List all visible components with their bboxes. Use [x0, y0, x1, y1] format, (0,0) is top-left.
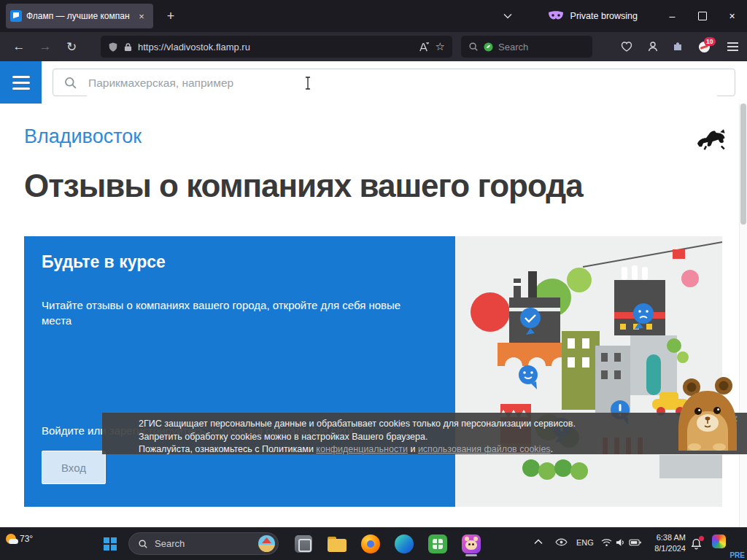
browser-tab[interactable]: Фламп — лучшие компании × [6, 4, 153, 28]
flamp-app-icon [462, 534, 481, 553]
pocket-heart-button[interactable] [615, 35, 638, 58]
hamburger-icon [12, 76, 30, 78]
account-button[interactable] [641, 35, 665, 58]
city-link[interactable]: Владивосток [24, 125, 142, 148]
scrollbar-thumb[interactable] [740, 104, 746, 225]
close-window-button[interactable]: × [717, 0, 747, 32]
text-cursor-icon [304, 77, 311, 90]
search-highlight-thumbnail [258, 535, 275, 552]
banner-title: Будьте в курсе [42, 252, 166, 272]
taskbar-icon-file-explorer[interactable] [324, 531, 350, 557]
windows-logo-icon [104, 537, 117, 551]
flamp-favicon-icon [10, 10, 22, 22]
translate-icon[interactable] [419, 42, 430, 52]
private-browsing-indicator: Private browsing [547, 0, 638, 32]
promo-banner: Будьте в курсе Читайте отзывы о компания… [24, 236, 722, 507]
taskbar-search-label: Search [155, 538, 252, 549]
page-heading: Отзывы о компаниях вашего города [24, 169, 695, 203]
new-tab-button[interactable]: + [160, 6, 181, 26]
tiger-logo-icon [694, 125, 729, 152]
weather-icon [6, 534, 16, 544]
colorful-app-icon[interactable] [712, 534, 726, 548]
notification-bell-button[interactable] [690, 537, 703, 551]
search-icon [138, 539, 148, 549]
heart-icon [621, 42, 632, 52]
firefox-icon [361, 534, 380, 553]
cookie-line3: Пожалуйста, ознакомьтесь с Политиками ко… [139, 443, 729, 456]
active-app-indicator [465, 554, 477, 556]
language-indicator[interactable]: ENG [576, 538, 594, 547]
taskbar-icon-flamp[interactable] [458, 531, 484, 557]
taskbar: 73° Search [0, 527, 747, 560]
browser-search-field[interactable]: Search [461, 36, 592, 58]
screen: Фламп — лучшие компании × + Private brow… [0, 0, 747, 560]
wifi-icon [601, 538, 612, 547]
folder-icon [328, 537, 347, 552]
url-bar[interactable]: https://vladivostok.flamp.ru ☆ [101, 36, 452, 58]
site-search-bar[interactable] [53, 69, 735, 96]
hamster-mascot [673, 375, 743, 451]
puzzle-icon [672, 41, 684, 52]
browser-navbar: ← → ↻ https://vladivostok.flamp.ru ☆ Sea… [0, 32, 747, 61]
taskbar-icon-firefox[interactable] [357, 531, 384, 557]
taskbar-search[interactable]: Search [128, 532, 279, 555]
taskbar-icon-photos[interactable] [290, 531, 317, 557]
cookie-line2: Запретить обработку cookies можно в наст… [139, 431, 729, 444]
tray-eye-icon[interactable] [553, 538, 569, 546]
city-illustration [455, 236, 722, 507]
page-content: Владивосток Отзывы о компаниях вашего го… [0, 61, 747, 527]
site-search-input[interactable] [87, 70, 717, 96]
forward-button[interactable]: → [34, 35, 57, 58]
private-mask-icon [547, 11, 565, 21]
insider-watermark: PRE [729, 551, 745, 559]
search-engine-badge-icon [484, 42, 493, 52]
cookie-line1: 2ГИС защищает персональные данные и обра… [139, 418, 729, 431]
search-icon [468, 42, 479, 52]
taskbar-clock[interactable]: 6:38 AM 8/1/2024 [639, 532, 686, 554]
cookie-notice: 2ГИС защищает персональные данные и обра… [102, 413, 747, 454]
tab-list-chevron-icon[interactable] [499, 8, 516, 24]
temperature-label: 73° [20, 534, 33, 544]
tab-close-icon[interactable]: × [134, 9, 149, 23]
tray-status-icons[interactable] [601, 538, 641, 547]
banner-body: Читайте отзывы о компаниях вашего города… [42, 298, 428, 328]
extension-badge: 10 [704, 37, 715, 46]
clock-date: 8/1/2024 [639, 543, 686, 554]
lock-icon[interactable] [124, 42, 132, 52]
browser-titlebar: Фламп — лучшие компании × + Private brow… [0, 0, 747, 32]
green-app-icon [428, 534, 447, 553]
weather-widget[interactable]: 73° [6, 534, 33, 544]
taskbar-icon-edge[interactable] [391, 531, 417, 557]
photos-icon [295, 535, 312, 553]
url-text: https://vladivostok.flamp.ru [138, 42, 413, 52]
site-menu-button[interactable] [0, 61, 42, 104]
browser-menu-button[interactable] [721, 35, 744, 58]
back-button[interactable]: ← [7, 35, 31, 58]
maximize-icon [698, 12, 707, 20]
cookies-policy-link[interactable]: использования файлов cookies [418, 444, 551, 454]
login-button[interactable]: Вход [42, 451, 106, 484]
browser-search-placeholder: Search [498, 42, 528, 52]
tray-chevron-up-icon[interactable] [531, 539, 546, 545]
taskbar-icon-green-app[interactable] [425, 531, 451, 557]
privacy-policy-link[interactable]: конфиденциальности [316, 444, 408, 454]
adblock-extension-button[interactable]: 10 [692, 35, 716, 58]
volume-icon [616, 538, 625, 547]
reload-button[interactable]: ↻ [60, 35, 83, 58]
bell-icon [690, 537, 703, 551]
person-icon [647, 41, 659, 52]
tab-title: Фламп — лучшие компании [26, 11, 130, 21]
bookmark-star-icon[interactable]: ☆ [436, 40, 445, 53]
minimize-button[interactable]: – [657, 0, 687, 32]
page-scrollbar[interactable] [739, 104, 747, 527]
search-icon [63, 76, 77, 90]
extensions-button[interactable] [666, 35, 689, 58]
private-browsing-label: Private browsing [570, 11, 638, 21]
start-button[interactable] [97, 531, 123, 557]
clock-time: 6:38 AM [639, 532, 686, 543]
edge-icon [395, 534, 414, 553]
notification-dot [699, 536, 704, 541]
tracking-shield-icon[interactable] [108, 42, 118, 52]
hamburger-icon [727, 42, 738, 44]
maximize-button[interactable] [687, 0, 717, 32]
